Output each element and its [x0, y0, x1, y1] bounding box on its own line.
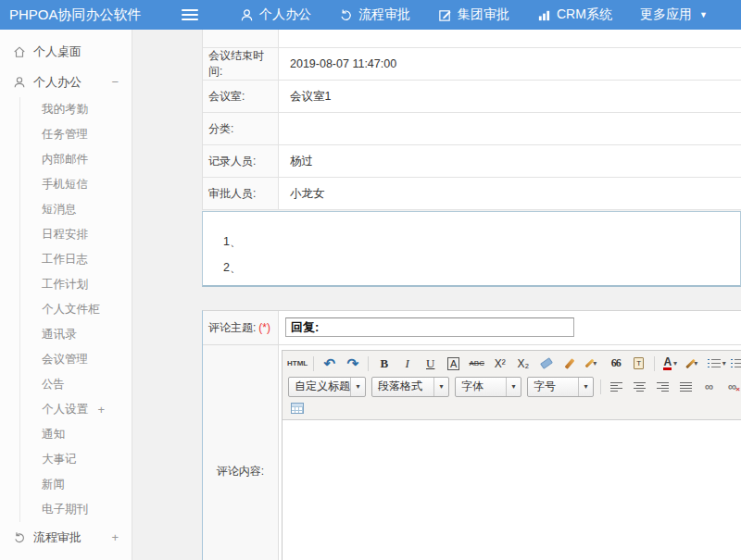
- font-family-select[interactable]: 字体 ▾: [455, 377, 521, 397]
- brush-icon: [564, 358, 574, 369]
- superscript-button[interactable]: X²: [489, 354, 510, 373]
- comment-content-editarea[interactable]: [283, 420, 741, 560]
- caret-down-icon: ▼: [699, 10, 708, 19]
- italic-button[interactable]: I: [396, 354, 418, 373]
- field-value: 会议室1: [279, 81, 741, 112]
- undo-button[interactable]: ↶: [319, 354, 340, 373]
- insert-table-button[interactable]: [286, 399, 308, 418]
- field-value: 2019-08-07 11:47:00: [279, 48, 741, 80]
- comment-form: 评论主题: (*) 评论内容: HTML ↶ ↷: [202, 310, 741, 560]
- table-row-category: 分类:: [203, 113, 741, 145]
- expand-icon[interactable]: +: [97, 403, 105, 417]
- sidebar-item-news[interactable]: 新闻: [20, 472, 132, 497]
- sidebar-item-label: 电子期刊: [42, 502, 88, 517]
- sidebar-item-label: 任务管理: [42, 127, 88, 143]
- sidebar-item-events[interactable]: 大事记: [20, 447, 132, 472]
- sidebar-item-work-plan[interactable]: 工作计划: [20, 272, 132, 297]
- autotypeset-button[interactable]: ▾: [582, 354, 603, 373]
- sidebar-item-workflow-approval[interactable]: 流程审批 +: [0, 522, 132, 553]
- font-color-button[interactable]: A▾: [659, 354, 681, 373]
- sidebar-item-meeting-mgmt[interactable]: 会议管理: [20, 347, 132, 372]
- sidebar-item-desktop[interactable]: 个人桌面: [0, 36, 132, 67]
- collapse-icon[interactable]: −: [111, 75, 119, 89]
- custom-heading-select[interactable]: 自定义标题 ▾: [288, 377, 366, 397]
- redo-icon: ↷: [346, 355, 358, 372]
- nav-more-apps[interactable]: 更多应用 ▼: [640, 6, 708, 23]
- remove-format-button[interactable]: [535, 354, 557, 373]
- strikethrough-button[interactable]: ABC: [466, 354, 487, 373]
- nav-label: 更多应用: [640, 6, 692, 23]
- sidebar-item-personal-office[interactable]: 个人办公 −: [0, 67, 132, 97]
- field-value: 杨过: [279, 145, 741, 177]
- sidebar-item-contacts[interactable]: 通讯录: [20, 322, 132, 347]
- sidebar-item-work-log[interactable]: 工作日志: [20, 247, 132, 272]
- notes-line: 1、: [223, 229, 740, 255]
- unordered-list-button[interactable]: ▾: [729, 354, 741, 373]
- insert-link-button[interactable]: ∞: [698, 377, 720, 396]
- source-code-button[interactable]: HTML: [286, 354, 308, 373]
- sidebar-item-short-message[interactable]: 短消息: [20, 197, 132, 222]
- sidebar-item-schedule[interactable]: 日程安排: [20, 222, 132, 247]
- paragraph-format-select[interactable]: 段落格式 ▾: [371, 377, 449, 397]
- notes-line: 2、: [223, 255, 740, 280]
- table-icon: [291, 403, 304, 414]
- unordered-list-icon: [731, 359, 741, 368]
- nav-workflow-approval[interactable]: 流程审批: [339, 6, 410, 23]
- bold-button[interactable]: B: [373, 354, 395, 373]
- font-size-select[interactable]: 字号 ▾: [527, 377, 594, 397]
- justify-button[interactable]: [675, 377, 697, 396]
- align-left-button[interactable]: [606, 377, 627, 396]
- sidebar-item-label: 大事记: [42, 452, 77, 467]
- sidebar-item-label: 我的考勤: [42, 102, 88, 118]
- sidebar-item-sms[interactable]: 手机短信: [20, 172, 132, 197]
- align-right-icon: [657, 382, 669, 392]
- clipboard-icon: T: [634, 357, 644, 369]
- remove-link-button[interactable]: ∞×: [722, 377, 741, 396]
- eraser-icon: [540, 357, 553, 369]
- history-icon: [13, 531, 26, 544]
- meeting-detail-table: 会议结束时间: 2019-08-07 11:47:00 会议室: 会议室1 分类…: [202, 30, 741, 210]
- field-value: 小龙女: [279, 178, 741, 209]
- paste-plain-text-button[interactable]: T: [628, 354, 649, 373]
- caret-down-icon: ▾: [433, 378, 448, 396]
- align-center-button[interactable]: [629, 377, 650, 396]
- field-label: 审批人员:: [203, 178, 279, 209]
- history-icon: [339, 8, 353, 22]
- format-painter-button[interactable]: [559, 354, 580, 373]
- comment-content-row: 评论内容: HTML ↶ ↷ B I U A: [203, 345, 741, 560]
- required-mark: (*): [258, 321, 270, 334]
- sidebar-item-label: 公告: [42, 377, 65, 392]
- ordered-list-button[interactable]: ▾: [706, 354, 727, 373]
- sidebar-item-attendance[interactable]: 我的考勤: [20, 97, 132, 122]
- nav-crm-system[interactable]: CRM系统: [537, 6, 612, 23]
- blockquote-button[interactable]: 66: [605, 354, 626, 373]
- font-style-button[interactable]: A: [443, 354, 464, 373]
- field-label: 记录人员:: [203, 145, 279, 177]
- rich-text-editor: HTML ↶ ↷ B I U A ABC X² X₂: [282, 350, 741, 560]
- sidebar-item-tasks[interactable]: 任务管理: [20, 122, 132, 147]
- subscript-button[interactable]: X₂: [512, 354, 534, 373]
- sidebar-item-notice[interactable]: 通知: [20, 422, 132, 447]
- align-right-button[interactable]: [652, 377, 673, 396]
- sidebar-item-file-cabinet[interactable]: 个人文件柜: [20, 297, 132, 322]
- undo-icon: ↶: [323, 355, 335, 372]
- sidebar-item-announcement[interactable]: 公告: [20, 372, 132, 397]
- sidebar-item-personal-settings[interactable]: 个人设置 +: [20, 397, 132, 422]
- sidebar-item-e-journal[interactable]: 电子期刊: [20, 497, 132, 522]
- table-row-meeting-room: 会议室: 会议室1: [203, 81, 741, 113]
- underline-button[interactable]: U: [420, 354, 441, 373]
- expand-icon[interactable]: +: [111, 530, 119, 544]
- highlight-color-button[interactable]: ▾: [683, 354, 704, 373]
- comment-subject-input[interactable]: [285, 317, 574, 337]
- menu-toggle-icon[interactable]: [182, 9, 198, 20]
- sidebar-item-internal-mail[interactable]: 内部邮件: [20, 147, 132, 172]
- sidebar-item-label: 个人设置: [42, 402, 88, 417]
- align-center-icon: [634, 382, 646, 392]
- redo-button[interactable]: ↷: [342, 354, 363, 373]
- nav-personal-office[interactable]: 个人办公: [240, 6, 311, 23]
- caret-down-icon: ▾: [673, 359, 677, 367]
- nav-group-approval[interactable]: 集团审批: [438, 6, 509, 23]
- caret-down-icon: ▾: [578, 378, 593, 396]
- meeting-notes-box: 1、 2、: [202, 211, 741, 287]
- sidebar-item-label: 工作计划: [42, 277, 88, 292]
